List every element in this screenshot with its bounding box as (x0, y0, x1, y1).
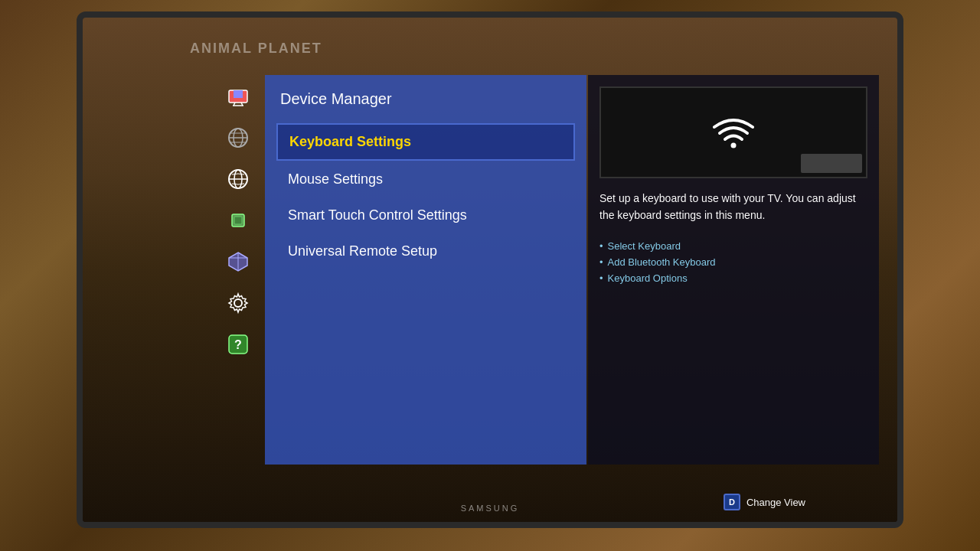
info-list-item-add-bluetooth: Add Bluetooth Keyboard (599, 254, 867, 270)
menu-item-universal-remote[interactable]: Universal Remote Setup (276, 234, 575, 269)
bottom-bar: D Change View (724, 494, 805, 510)
samsung-logo: SAMSUNG (461, 504, 520, 513)
info-list: Select Keyboard Add Bluetooth Keyboard K… (599, 238, 867, 286)
change-view-label: Change View (746, 497, 805, 508)
d-button[interactable]: D (724, 494, 740, 510)
info-list-item-keyboard-options: Keyboard Options (599, 270, 867, 286)
sidebar-item-network[interactable] (220, 120, 256, 155)
svg-point-21 (731, 142, 737, 148)
sidebar-item-help[interactable]: ? (220, 327, 256, 362)
sidebar-item-box[interactable] (220, 244, 256, 279)
tv-screen: ANIMAL PLANET (83, 18, 897, 522)
menu-item-mouse-settings[interactable]: Mouse Settings (276, 162, 575, 197)
svg-point-18 (234, 299, 242, 307)
tv-bezel: ANIMAL PLANET (77, 11, 903, 528)
sidebar-item-web[interactable] (220, 203, 256, 238)
sidebar-item-settings[interactable] (220, 285, 256, 321)
tv-background: ANIMAL PLANET (0, 0, 980, 551)
wifi-display-icon (710, 112, 756, 154)
menu-item-keyboard-settings[interactable]: Keyboard Settings (276, 123, 575, 161)
menu-item-smart-touch[interactable]: Smart Touch Control Settings (276, 198, 575, 233)
sidebar: ? (220, 79, 263, 362)
info-list-item-select-keyboard: Select Keyboard (599, 238, 867, 254)
info-image (599, 86, 867, 178)
info-panel: Set up a keyboard to use with your TV. Y… (588, 75, 879, 465)
menu-title: Device Manager (276, 90, 575, 108)
svg-rect-14 (234, 217, 242, 224)
watermark-text: ANIMAL PLANET (190, 41, 322, 57)
svg-text:?: ? (234, 338, 242, 351)
menu-panel: Device Manager Keyboard Settings Mouse S… (265, 75, 586, 465)
sidebar-item-globe[interactable] (220, 161, 256, 197)
sidebar-item-satellite[interactable] (220, 79, 256, 114)
keyboard-thumbnail (801, 154, 862, 173)
info-description: Set up a keyboard to use with your TV. Y… (599, 190, 867, 224)
svg-rect-1 (234, 90, 243, 98)
